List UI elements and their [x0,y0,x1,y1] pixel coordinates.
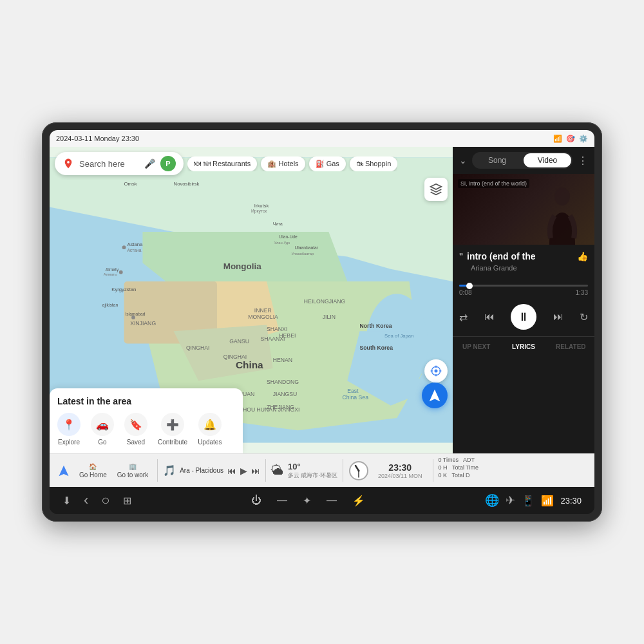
go-home-app[interactable]: 🏠 Go Home [75,460,111,481]
nav-center: ⏻ — ✦ — ⚡ [251,495,365,507]
digital-clock: 23:30 2024/03/11 MON [373,460,428,482]
svg-text:SHAANXI: SHAANXI [260,336,285,342]
like-button[interactable]: 👍 [577,251,588,261]
go-item[interactable]: 🚗 Go [91,413,114,446]
svg-text:MONGOLIA: MONGOLIA [248,314,278,320]
shuffle-button[interactable]: ⇄ [459,311,468,323]
location-icon: 🎯 [566,135,575,143]
svg-text:Irkutsk: Irkutsk [254,203,269,209]
music-tabs: Song Video [472,152,573,169]
svg-text:HEILONGJIANG: HEILONGJIANG [304,298,346,305]
gas-chip[interactable]: ⛽ Gas [309,156,346,171]
tab-song[interactable]: Song [473,153,521,167]
playback-controls: ⇄ ⏮ ⏸ ⏭ ↻ [453,301,594,336]
progress-knob[interactable] [466,283,473,289]
back-arrow-icon[interactable]: ‹ [84,492,88,509]
lyrics-quote-icon: ❞ [459,252,463,261]
more-options-button[interactable]: ⋮ [578,155,588,167]
arrow-icon[interactable]: ⚡ [352,495,365,507]
repeat-button[interactable]: ↻ [580,311,588,323]
power-icon[interactable]: ⏻ [251,495,261,506]
video-thumbnail[interactable]: Si, intro (end of the world) [453,174,594,245]
svg-text:JILIN: JILIN [323,314,336,320]
updates-item[interactable]: 🔔 Updates [198,413,222,446]
svg-text:XINJIANG: XINJIANG [130,320,156,327]
svg-text:QINGHAI: QINGHAI [223,354,247,360]
contribute-icon: ➕ [161,413,184,436]
nav-bar: ⬇ ‹ ○ ⊞ ⏻ — ✦ — ⚡ 🌐 ✈ 📱 📶 23:30 [50,487,594,514]
telegram-icon[interactable]: ✈ [506,493,515,507]
video-subtitle: Si, intro (end of the world) [458,179,529,188]
map-location-button[interactable] [424,359,448,383]
tab-related[interactable]: RELATED [547,341,594,353]
music-next-small[interactable]: ⏭ [251,466,260,476]
nav-time: 23:30 [560,496,582,506]
shopping-chip[interactable]: 🛍 Shoppin [350,156,397,171]
svg-text:East: East [347,388,359,394]
stat-distance: 0 K Total D [439,472,478,478]
recent-apps-icon[interactable]: ⊞ [123,495,131,507]
hotels-chip[interactable]: 🏨 Hotels [261,156,305,171]
taskbar: 🏠 Go Home 🏢 Go to work 🎵 Ara - Placidous… [50,453,594,487]
contribute-item[interactable]: ➕ Contribute [158,413,187,446]
stats-section: 0 Times ADT 0 H Total Time 0 K Total D [433,454,484,487]
weather-cloud-icon: 🌥 [271,463,284,478]
svg-text:Ulaanbaatar: Ulaanbaatar [294,245,318,250]
svg-point-49 [554,187,570,205]
go-work-app[interactable]: 🏢 Go to work [113,460,152,481]
tab-lyrics[interactable]: LYRICS [500,341,547,353]
svg-text:North Korea: North Korea [360,323,392,329]
analog-clock-icon [348,460,369,481]
svg-text:ajikistan: ajikistan [102,303,118,308]
progress-bar[interactable] [459,285,588,287]
svg-text:Ulan-Ude: Ulan-Ude [279,234,298,239]
tab-up-next[interactable]: UP NEXT [453,341,500,353]
navigation-icon [57,464,70,477]
svg-text:INNER: INNER [254,307,272,314]
latest-icons: 📍 Explore 🚗 Go 🔖 Saved ➕ [57,413,235,446]
svg-text:Алматы: Алматы [104,272,117,276]
map-area[interactable]: Mongolia China XINJIANG QINGHAI INNER MO… [50,147,453,453]
phone-icon[interactable]: 📱 [522,495,535,507]
chrome-icon[interactable]: 🌐 [485,493,499,507]
svg-text:Улаанбаатар: Улаанбаатар [292,252,314,256]
go-icon: 🚗 [91,413,114,436]
navigate-icon [428,388,442,402]
fan-icon[interactable]: ✦ [303,495,311,507]
navigation-app[interactable] [55,463,73,478]
search-input-container[interactable]: Search here 🎤 P [55,152,184,175]
map-layers-button[interactable] [424,178,448,201]
clock-date: 2024/03/11 MON [378,473,422,479]
tab-video[interactable]: Video [524,153,571,167]
prev-button[interactable]: ⏮ [484,311,495,323]
mic-icon[interactable]: 🎤 [144,158,155,169]
explore-item[interactable]: 📍 Explore [57,413,80,446]
explore-icon: 📍 [57,413,80,436]
progress-area[interactable]: 0:08 1:33 [453,285,594,301]
artist-name: Ariana Grande [459,264,588,272]
music-note-icon: 🎵 [163,464,176,477]
weather-temp: 10° [288,462,337,471]
play-pause-button[interactable]: ⏸ [511,304,536,330]
stat-time: 0 H Total Time [439,464,478,471]
music-play-small[interactable]: ▶ [240,466,247,476]
next-button[interactable]: ⏭ [553,311,564,323]
svg-text:Omsk: Omsk [124,181,137,187]
svg-text:Астана: Астана [127,248,141,252]
collapse-button[interactable]: ⌄ [459,155,467,166]
svg-text:Novosibirsk: Novosibirsk [174,181,200,187]
svg-text:JIANGSU: JIANGSU [273,391,298,397]
back-icon[interactable]: ⬇ [62,495,71,507]
user-avatar[interactable]: P [160,156,176,171]
dash-icon-1: — [277,495,287,506]
saved-item[interactable]: 🔖 Saved [124,413,147,446]
svg-text:China: China [236,359,263,370]
music-taskbar-section: 🎵 Ara - Placidous ⏮ ▶ ⏭ [158,454,265,487]
home-circle-icon[interactable]: ○ [101,492,109,509]
music-track-name: Ara - Placidous [180,467,223,474]
map-navigate-button[interactable] [422,383,448,408]
search-input-text: Search here [79,159,139,169]
music-prev-small[interactable]: ⏮ [227,466,236,476]
svg-text:Улан-Удэ: Улан-Удэ [274,241,290,245]
restaurants-chip[interactable]: 🍽 🍽 Restaurants [187,156,257,171]
